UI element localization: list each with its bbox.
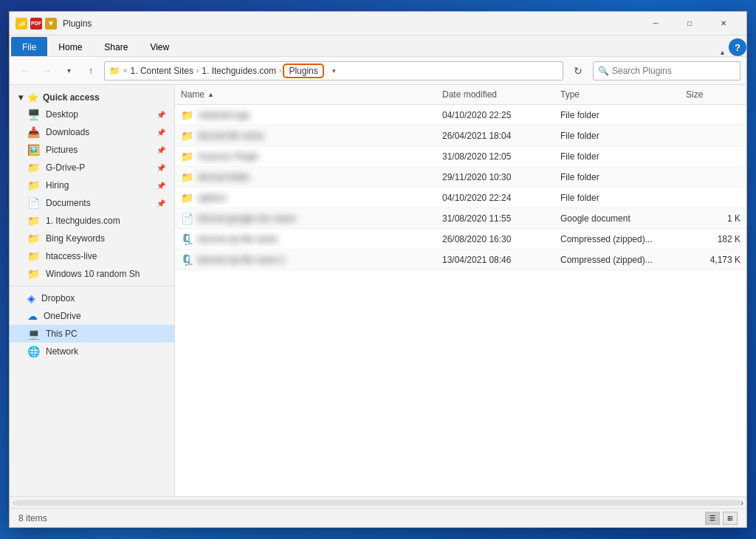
- file-name-text: wpblurr: [198, 193, 227, 203]
- sidebar-item-itechguides[interactable]: 📁 1. Itechguides.com: [10, 212, 174, 230]
- sidebar-item-pictures[interactable]: 🖼️ Pictures 📌: [10, 141, 174, 159]
- sidebar-section-quick-access[interactable]: ▾ ⭐ Quick access: [10, 88, 174, 106]
- sidebar-item-network[interactable]: 🌐 Network: [10, 343, 174, 360]
- sort-asc-icon: ▲: [207, 91, 214, 98]
- file-name-cell: 📄 blurred google doc name: [175, 210, 436, 227]
- path-segment-plugins[interactable]: Plugins: [284, 65, 322, 77]
- sidebar-item-bing-keywords[interactable]: 📁 Bing Keywords: [10, 230, 174, 247]
- window-title: Plugins: [63, 18, 639, 29]
- table-row[interactable]: 📁 wpblurr 04/10/2020 22:24 File folder: [175, 188, 746, 208]
- close-button[interactable]: ✕: [707, 12, 740, 35]
- refresh-button[interactable]: ↻: [568, 61, 588, 81]
- sidebar-item-hiring[interactable]: 📁 Hiring 📌: [10, 176, 174, 194]
- file-type: File folder: [554, 128, 680, 144]
- table-row[interactable]: 📁 blurred file name 26/04/2021 18:04 Fil…: [175, 126, 746, 146]
- titlebar-app-icons: 📁 PDF ▼: [16, 18, 57, 30]
- window-controls: ─ □ ✕: [639, 12, 740, 35]
- file-area: Name ▲ Date modified Type Size 📁: [175, 85, 746, 496]
- col-header-size[interactable]: Size: [680, 85, 746, 104]
- sidebar-item-gdrive[interactable]: 📁 G-Drive-P 📌: [10, 159, 174, 176]
- col-header-name[interactable]: Name ▲: [175, 85, 436, 104]
- col-header-type[interactable]: Type: [554, 85, 680, 104]
- file-date: 29/11/2020 10:30: [436, 169, 554, 185]
- tab-share[interactable]: Share: [93, 37, 139, 56]
- address-path-bar[interactable]: 📁 « 1. Content Sites › 1. Itechguides.co…: [104, 61, 563, 80]
- pin-icon-hiring: 📌: [157, 182, 165, 190]
- scroll-right-button[interactable]: ›: [740, 498, 743, 508]
- pictures-icon: 🖼️: [27, 144, 40, 156]
- sidebar-item-documents[interactable]: 📄 Documents 📌: [10, 194, 174, 212]
- file-name-text: Avancez Plugin: [198, 151, 259, 162]
- tab-file[interactable]: File: [11, 37, 47, 56]
- file-date: 26/08/2020 16:30: [436, 231, 554, 247]
- minimize-button[interactable]: ─: [639, 12, 673, 35]
- file-list: 📁 redacted app 04/10/2020 22:25 File fol…: [175, 105, 746, 496]
- table-row[interactable]: 📁 redacted app 04/10/2020 22:25 File fol…: [175, 105, 746, 126]
- search-box[interactable]: 🔍: [593, 61, 740, 80]
- file-size: 182 K: [680, 231, 746, 247]
- table-row[interactable]: 📄 blurred google doc name 31/08/2020 11:…: [175, 208, 746, 229]
- sidebar-item-dropbox[interactable]: ◈ Dropbox: [10, 289, 174, 307]
- file-type: File folder: [554, 169, 680, 185]
- path-arrow-2: ›: [279, 66, 281, 75]
- ribbon-expand-icon[interactable]: ▲: [716, 49, 729, 56]
- tab-view[interactable]: View: [139, 37, 180, 56]
- quick-access-label: Quick access: [43, 92, 100, 103]
- explorer-window: 📁 PDF ▼ Plugins ─ □ ✕ File Home Share Vi…: [9, 11, 747, 528]
- documents-label: Documents: [46, 198, 91, 208]
- large-icons-view-button[interactable]: ⊞: [723, 512, 738, 525]
- path-segment-content-sites[interactable]: 1. Content Sites: [131, 66, 193, 76]
- file-type: Compressed (zipped)...: [554, 231, 680, 247]
- path-dropdown-button[interactable]: ▾: [326, 61, 343, 80]
- file-date: 04/10/2020 22:24: [436, 190, 554, 206]
- addressbar: ← → ▾ ↑ 📁 « 1. Content Sites › 1. Itechg…: [10, 57, 746, 85]
- htaccess-label: htaccess-live: [46, 251, 97, 261]
- file-size: [680, 174, 746, 180]
- statusbar: 8 items ☰ ⊞: [10, 508, 746, 527]
- titlebar: 📁 PDF ▼ Plugins ─ □ ✕: [10, 12, 746, 35]
- horizontal-scrollbar[interactable]: [16, 500, 740, 506]
- table-row[interactable]: 📁 Avancez Plugin 31/08/2020 12:05 File f…: [175, 146, 746, 167]
- sidebar-item-windows10-random[interactable]: 📁 Windows 10 random Sh: [10, 265, 174, 283]
- zip-icon: 🗜️: [181, 233, 193, 245]
- back-button[interactable]: ←: [16, 62, 33, 80]
- details-view-button[interactable]: ☰: [705, 512, 720, 525]
- onedrive-label: OneDrive: [44, 311, 81, 321]
- path-separator-0: «: [123, 66, 128, 75]
- gold-icon: ▼: [45, 18, 57, 30]
- maximize-button[interactable]: □: [673, 12, 707, 35]
- table-row[interactable]: 📁 blurred folder 29/11/2020 10:30 File f…: [175, 167, 746, 188]
- file-date: 26/04/2021 18:04: [436, 128, 554, 144]
- htaccess-icon: 📁: [27, 250, 40, 262]
- zip-icon-2: 🗜️: [181, 254, 193, 266]
- path-segment-itechguides[interactable]: 1. Itechguides.com: [202, 66, 276, 76]
- divider-1: [10, 286, 174, 286]
- sidebar-item-desktop[interactable]: 🖥️ Desktop 📌: [10, 106, 174, 123]
- hiring-icon: 📁: [27, 179, 40, 191]
- col-header-date[interactable]: Date modified: [436, 85, 554, 104]
- file-date: 04/10/2020 22:25: [436, 107, 554, 123]
- sidebar-item-this-pc[interactable]: 💻 This PC: [10, 325, 174, 343]
- sidebar-item-onedrive[interactable]: ☁ OneDrive: [10, 307, 174, 325]
- help-button[interactable]: ?: [729, 38, 746, 56]
- gdrive-label: G-Drive-P: [46, 162, 85, 173]
- path-arrow-1: ›: [196, 66, 199, 75]
- forward-button[interactable]: →: [38, 62, 55, 80]
- up-button[interactable]: ↑: [82, 62, 100, 80]
- nav-dropdown-button[interactable]: ▾: [60, 62, 78, 80]
- table-row[interactable]: 🗜️ blurred zip file name 2 13/04/2021 08…: [175, 250, 746, 270]
- file-name-cell: 📁 Avancez Plugin: [175, 148, 436, 165]
- search-input[interactable]: [612, 66, 735, 76]
- file-size: [680, 112, 746, 118]
- tab-home[interactable]: Home: [47, 37, 93, 56]
- gdrive-icon: 📁: [27, 162, 40, 174]
- file-type: File folder: [554, 148, 680, 165]
- file-name-cell: 🗜️ blurred zip file name: [175, 230, 436, 248]
- sidebar-item-downloads[interactable]: 📥 Downloads 📌: [10, 123, 174, 141]
- desktop-icon: 🖥️: [27, 109, 40, 120]
- file-name-cell: 📁 redacted app: [175, 106, 436, 124]
- table-row[interactable]: 🗜️ blurred zip file name 26/08/2020 16:3…: [175, 229, 746, 250]
- sidebar-item-htaccess[interactable]: 📁 htaccess-live: [10, 247, 174, 265]
- onedrive-icon: ☁: [27, 310, 38, 322]
- ribbon: File Home Share View ▲ ?: [10, 35, 746, 57]
